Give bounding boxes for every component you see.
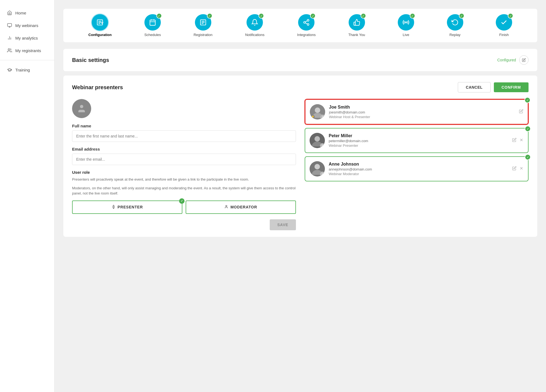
full-name-label: Full name: [72, 124, 296, 128]
svg-point-39: [314, 164, 320, 169]
cancel-button[interactable]: CANCEL: [458, 82, 490, 92]
svg-rect-11: [150, 20, 155, 25]
home-icon: [7, 10, 13, 16]
analytics-icon: [7, 35, 13, 41]
presenter-header-actions: CANCEL CONFIRM: [458, 82, 529, 92]
svg-point-29: [226, 205, 227, 207]
peter-miller-check: ✓: [525, 126, 531, 132]
steps-wizard: Configuration ✓ Schedules ✓ Registration…: [63, 9, 537, 42]
sidebar-item-home[interactable]: Home: [0, 7, 54, 19]
anne-johnson-edit-icon[interactable]: [512, 166, 517, 172]
sidebar: Home My webinars My analytics My registr…: [0, 0, 55, 392]
form-presenters-layout: Full name Email address User role Presen…: [72, 99, 529, 230]
step-registration-check: ✓: [207, 13, 212, 19]
anne-johnson-delete-icon[interactable]: [519, 166, 524, 172]
step-notifications[interactable]: ✓ Notifications: [245, 14, 265, 37]
step-schedules[interactable]: ✓ Schedules: [144, 14, 161, 37]
step-registration[interactable]: ✓ Registration: [194, 14, 212, 37]
webinar-presenters-title: Webinar presenters: [72, 84, 123, 91]
svg-point-25: [80, 105, 83, 108]
step-schedules-check: ✓: [156, 13, 162, 19]
step-live-circle: ✓: [398, 14, 414, 31]
step-replay-circle: ✓: [447, 14, 463, 31]
moderator-role-button[interactable]: MODERATOR: [186, 201, 296, 214]
main-content: Configuration ✓ Schedules ✓ Registration…: [55, 0, 546, 392]
sidebar-item-my-analytics-label: My analytics: [15, 36, 38, 40]
presenter-card-joe-smith: 🔑 Joe Smith joesmith@domain.com Webinar …: [305, 99, 529, 125]
basic-settings-edit-button[interactable]: [519, 55, 529, 65]
anne-johnson-check: ✓: [525, 154, 531, 160]
peter-miller-delete-icon[interactable]: [519, 138, 524, 143]
step-registration-circle: ✓: [195, 14, 211, 31]
presenter-role-button[interactable]: PRESENTER ✓: [72, 201, 182, 214]
peter-miller-info: Peter Miller petermiller@domain.com Webi…: [329, 133, 508, 148]
svg-point-6: [8, 49, 10, 50]
user-icon: [224, 205, 228, 210]
form-avatar: [72, 99, 91, 118]
step-replay-check: ✓: [459, 13, 464, 19]
webinars-icon: [7, 22, 13, 28]
svg-point-34: [314, 136, 320, 142]
step-integrations[interactable]: ✓ Integrations: [297, 14, 316, 37]
user-role-title: User role: [72, 170, 296, 175]
save-button[interactable]: SAVE: [270, 219, 296, 230]
anne-johnson-info: Anne Johnson annejohnson@domain.com Webi…: [329, 162, 508, 176]
registrants-icon: [7, 47, 13, 53]
svg-line-23: [305, 21, 307, 22]
step-integrations-label: Integrations: [297, 33, 316, 37]
mic-badge-joe: [320, 115, 325, 119]
joe-smith-info: Joe Smith joesmith@domain.com Webinar Ho…: [329, 105, 515, 119]
anne-johnson-avatar: [310, 161, 325, 176]
step-thank-you[interactable]: ✓ Thank You: [348, 14, 365, 37]
step-thank-you-label: Thank You: [348, 33, 365, 37]
step-integrations-circle: ✓: [298, 14, 314, 31]
joe-smith-avatar: 🔑: [310, 104, 325, 119]
step-configuration[interactable]: Configuration: [88, 14, 112, 37]
svg-point-19: [307, 19, 309, 21]
step-schedules-circle: ✓: [144, 14, 161, 31]
sidebar-item-home-label: Home: [15, 11, 26, 15]
anne-johnson-name: Anne Johnson: [329, 162, 508, 167]
sidebar-item-my-webinars-label: My webinars: [15, 23, 38, 28]
step-notifications-circle: ✓: [247, 14, 263, 31]
peter-miller-edit-icon[interactable]: [512, 138, 517, 143]
step-live-check: ✓: [410, 13, 415, 19]
basic-settings-header: Basic settings Configured: [72, 55, 529, 65]
joe-smith-actions: [519, 109, 523, 115]
anne-johnson-actions: [512, 166, 524, 172]
step-notifications-check: ✓: [259, 13, 264, 19]
step-schedules-label: Schedules: [144, 33, 161, 37]
step-live[interactable]: ✓ Live: [398, 14, 414, 37]
svg-point-20: [304, 22, 306, 23]
basic-settings-title: Basic settings: [72, 57, 109, 63]
email-input[interactable]: [72, 154, 296, 165]
sidebar-item-my-webinars[interactable]: My webinars: [0, 19, 54, 32]
step-finish[interactable]: ✓ Finish: [496, 14, 512, 37]
webinar-presenters-card: Webinar presenters CANCEL CONFIRM Full n…: [63, 76, 537, 237]
joe-smith-edit-icon[interactable]: [519, 109, 523, 115]
user-role-desc1: Presenters will proactively speak at the…: [72, 177, 296, 182]
svg-point-24: [405, 22, 406, 23]
sidebar-item-my-analytics[interactable]: My analytics: [0, 32, 54, 44]
step-replay-label: Replay: [449, 33, 460, 37]
svg-rect-26: [113, 205, 114, 207]
joe-smith-email: joesmith@domain.com: [329, 110, 515, 114]
email-label: Email address: [72, 147, 296, 151]
sidebar-item-training[interactable]: Training: [0, 64, 54, 76]
step-thank-you-check: ✓: [361, 13, 366, 19]
sidebar-item-my-registrants-label: My registrants: [15, 48, 41, 53]
anne-johnson-email: annejohnson@domain.com: [329, 167, 508, 171]
anne-johnson-role: Webinar Moderator: [329, 172, 508, 176]
sidebar-item-training-label: Training: [15, 68, 30, 72]
step-finish-circle: ✓: [496, 14, 512, 31]
peter-miller-email: petermiller@domain.com: [329, 139, 508, 143]
step-configuration-circle: [92, 14, 108, 31]
confirm-button[interactable]: CONFIRM: [494, 82, 529, 92]
role-buttons: PRESENTER ✓ MODERATOR: [72, 201, 296, 214]
training-icon: [7, 67, 13, 73]
sidebar-item-my-registrants[interactable]: My registrants: [0, 44, 54, 57]
step-integrations-check: ✓: [310, 13, 316, 19]
svg-point-40: [322, 173, 323, 174]
step-replay[interactable]: ✓ Replay: [447, 14, 463, 37]
full-name-input[interactable]: [72, 130, 296, 142]
